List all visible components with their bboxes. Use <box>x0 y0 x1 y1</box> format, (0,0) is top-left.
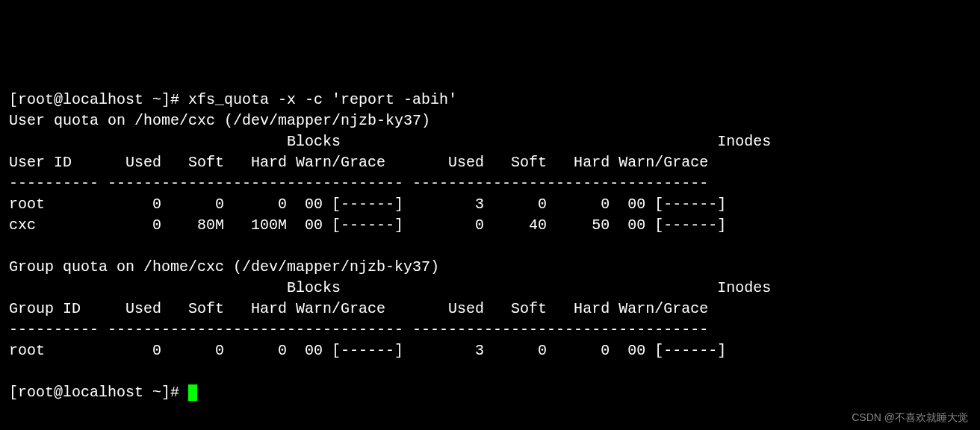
prompt-line-2[interactable]: [root@localhost ~]# <box>9 384 188 401</box>
section-headers: Blocks Inodes <box>9 279 771 296</box>
section-headers: Blocks Inodes <box>9 133 771 150</box>
divider-line: ---------- -----------------------------… <box>9 175 708 192</box>
watermark: CSDN @不喜欢就睡大觉 <box>852 411 968 426</box>
divider-line: ---------- -----------------------------… <box>9 321 708 338</box>
user-row-cxc: cxc 0 80M 100M 00 [------] 0 40 50 00 [-… <box>9 216 726 234</box>
group-quota-title: Group quota on /home/cxc (/dev/mapper/nj… <box>9 258 439 275</box>
user-column-headers: User ID Used Soft Hard Warn/Grace Used S… <box>9 154 708 171</box>
terminal-output: [root@localhost ~]# xfs_quota -x -c 'rep… <box>9 90 971 403</box>
user-quota-title: User quota on /home/cxc (/dev/mapper/njz… <box>9 112 430 129</box>
cursor-icon <box>188 384 197 401</box>
group-row-root: root 0 0 0 00 [------] 3 0 0 00 [------] <box>9 342 726 359</box>
group-column-headers: Group ID Used Soft Hard Warn/Grace Used … <box>9 300 708 317</box>
prompt-line-1: [root@localhost ~]# xfs_quota -x -c 'rep… <box>9 91 457 108</box>
user-row-root: root 0 0 0 00 [------] 3 0 0 00 [------] <box>9 196 726 213</box>
